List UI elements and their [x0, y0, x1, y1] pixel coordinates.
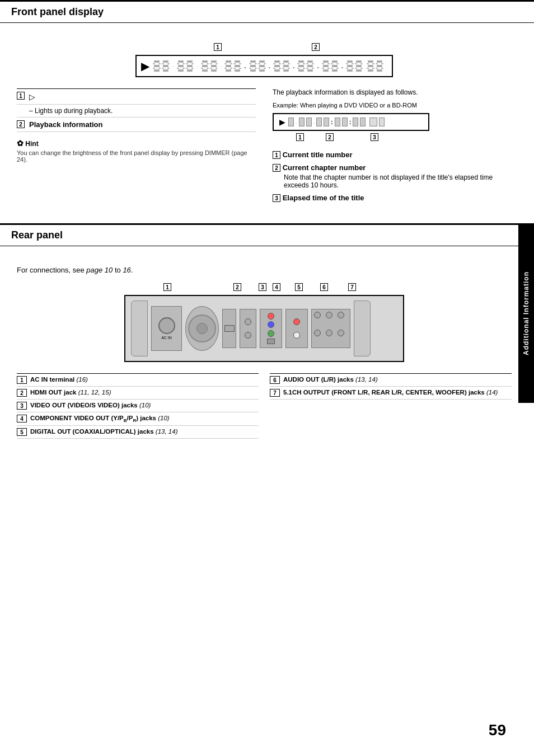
- rear-item-5: 5 DIGITAL OUT (COAXIAL/OPTICAL) jacks (1…: [17, 426, 259, 439]
- digit-group-2: [177, 60, 194, 72]
- rear-left-edge: [131, 300, 148, 356]
- rear-right-edge: [354, 300, 371, 356]
- fpd-display: ▶: [135, 55, 393, 77]
- play-desc: – Lights up during playback.: [17, 105, 256, 118]
- right-intro: The playback information is displayed as…: [273, 88, 512, 96]
- hint-content: You can change the brightness of the fro…: [17, 149, 256, 163]
- left-column: 1 ▷ – Lights up during playback. 2 Playb…: [17, 88, 256, 206]
- play-indicator: ▶: [141, 59, 149, 73]
- digit-group-6: [273, 60, 290, 72]
- small-digits: . . : :: [288, 118, 385, 126]
- audio-jacks: [285, 309, 308, 348]
- hint-title: ✿ Hint: [17, 139, 256, 148]
- example-item-1: 1 Current title number: [273, 151, 512, 159]
- play-icon: ▷: [29, 92, 35, 101]
- playback-label: Playback information: [29, 120, 102, 129]
- digit-group-7: [297, 60, 314, 72]
- rear-item-3: 3 VIDEO OUT (VIDEO/S VIDEO) jacks (10): [17, 400, 259, 412]
- rear-panel-diagram: AC IN: [124, 295, 404, 362]
- example-item-3: 3 Elapsed time of the title: [273, 194, 512, 202]
- rear-items-table: 1 AC IN terminal (16) 2 HDMI OUT jack (1…: [17, 373, 512, 439]
- digit: [162, 60, 170, 72]
- digit: [186, 60, 194, 72]
- rear-item-1: 1 AC IN terminal (16): [17, 373, 259, 387]
- digit-group-4: [224, 60, 241, 72]
- digit: [306, 60, 314, 72]
- example-label: Example: When playing a DVD VIDEO or a B…: [273, 102, 512, 109]
- front-panel-section: Front panel display 1 2 ▶: [0, 0, 534, 218]
- digit: [273, 60, 281, 72]
- front-panel-content: 1 2 ▶: [0, 31, 534, 218]
- digit: [177, 60, 185, 72]
- rear-items-right: 6 AUDIO OUT (L/R) jacks (13, 14) 7 5.1CH…: [270, 373, 512, 439]
- digit-group-9: [346, 60, 363, 72]
- example-item-3-label: Elapsed time of the title: [283, 194, 364, 202]
- example-item-2-label: Current chapter number: [283, 163, 366, 172]
- hint-box: ✿ Hint You can change the brightness of …: [17, 139, 256, 163]
- rear-intro: For connections, see page 10 to 16.: [17, 266, 512, 274]
- rear-items-left: 1 AC IN terminal (16) 2 HDMI OUT jack (1…: [17, 373, 259, 439]
- digit: [233, 60, 241, 72]
- example-labels: 1 2 3: [273, 133, 429, 144]
- digit: [201, 60, 209, 72]
- right-column: The playback information is displayed as…: [273, 88, 512, 206]
- example-diagram-wrap: ▶ . .: [273, 113, 429, 144]
- rear-panel-section: Rear panel For connections, see page 10 …: [0, 223, 534, 450]
- hdmi-component: [222, 309, 236, 348]
- example-display: ▶ . .: [273, 113, 429, 131]
- digit: [367, 60, 374, 72]
- digit-group-1: [153, 60, 170, 72]
- digit: [376, 60, 383, 72]
- digit: [224, 60, 232, 72]
- fpd-digit-area: ·: [153, 60, 387, 72]
- digit: [282, 60, 290, 72]
- fpd-label-1: 1: [214, 43, 222, 51]
- digit-group-10: [367, 60, 383, 72]
- rear-panel-diagram-wrap: 1 2 3 4 5 6 7 AC IN: [124, 283, 404, 362]
- rear-item-6: 6 AUDIO OUT (L/R) jacks (13, 14): [270, 373, 512, 387]
- digit: [297, 60, 305, 72]
- info-row-playback: 2 Playback information: [17, 118, 256, 132]
- digit: [249, 60, 257, 72]
- page-container: Additional Information Front panel displ…: [0, 0, 534, 756]
- digit: [331, 60, 339, 72]
- digit: [322, 60, 330, 72]
- rear-item-7: 7 5.1CH OUTPUT (FRONT L/R, REAR L/R, CEN…: [270, 387, 512, 400]
- info-row-play: 1 ▷: [17, 88, 256, 105]
- example-item-2-desc: Note that the chapter number is not disp…: [273, 173, 512, 189]
- ac-in-component: AC IN: [151, 306, 182, 351]
- fan-component: [185, 306, 219, 351]
- example-item-2: 2 Current chapter number Note that the c…: [273, 163, 512, 189]
- component-jacks: [260, 309, 282, 348]
- small-play-icon: ▶: [279, 118, 285, 126]
- digit: [355, 60, 363, 72]
- fpd-label-2: 2: [312, 43, 320, 51]
- digit-group-3: [201, 60, 218, 72]
- digit: [346, 60, 354, 72]
- side-tab: Additional Information: [518, 224, 534, 403]
- rear-item-2: 2 HDMI OUT jack (11, 12, 15): [17, 387, 259, 400]
- side-tab-label: Additional Information: [522, 271, 530, 355]
- digit-group-5: [249, 60, 266, 72]
- digit: [258, 60, 266, 72]
- front-panel-diagram: 1 2 ▶: [135, 43, 393, 77]
- rear-panel-content: For connections, see page 10 to 16. 1 2 …: [0, 255, 534, 450]
- rear-item-4: 4 COMPONENT VIDEO OUT (Y/PB/PR) jacks (1…: [17, 412, 259, 426]
- digit-group-8: [322, 60, 339, 72]
- rear-panel-title: Rear panel: [0, 223, 534, 246]
- rear-diagram-labels: 1 2 3 4 5 6 7: [124, 283, 404, 295]
- digit: [153, 60, 161, 72]
- page-number: 59: [489, 721, 506, 739]
- example-items: 1 Current title number 2 Current chapter…: [273, 151, 512, 202]
- surround-jacks: [311, 309, 350, 348]
- video-jacks: [240, 309, 256, 348]
- two-column-layout: 1 ▷ – Lights up during playback. 2 Playb…: [17, 88, 512, 206]
- front-panel-title: Front panel display: [0, 0, 534, 23]
- digit: [210, 60, 218, 72]
- example-item-1-label: Current title number: [283, 151, 353, 159]
